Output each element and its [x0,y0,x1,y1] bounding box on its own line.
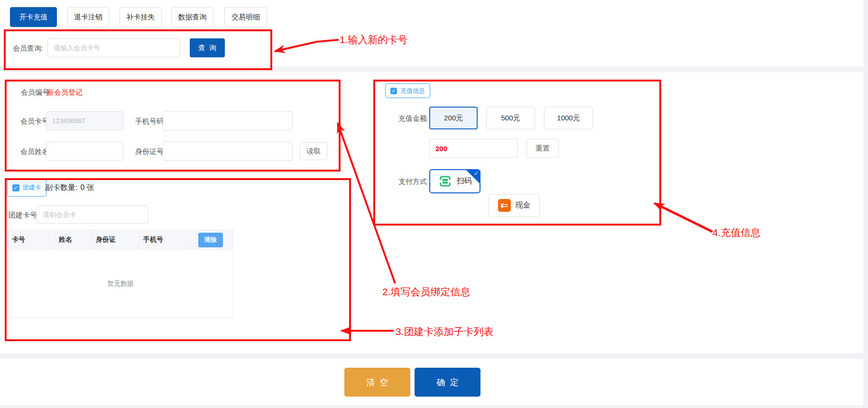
recharge-info-checkbox[interactable]: ✓ 充值信息 [385,83,430,98]
payment-method-label: 支付方式 [398,177,427,186]
member-no-label: 会员编号 [21,88,49,97]
table-empty-state: 暂无数据 [8,250,233,318]
annotation-step4: 4.充值信息 [712,226,761,239]
id-card-input[interactable] [163,142,293,161]
cash-yuan-icon: ¥= [498,199,511,212]
tab-open-card-recharge[interactable]: 开卡充值 [10,7,57,27]
clear-table-button[interactable]: 清除 [198,233,223,247]
tab-data-query[interactable]: 数据查询 [171,7,213,27]
member-name-input[interactable] [46,142,123,161]
payment-option-cash[interactable]: ¥= 现金 [489,194,540,217]
member-query-label: 会员查询: [13,44,43,53]
phone-input[interactable] [163,111,293,130]
amount-option-1000[interactable]: 1000元 [544,107,593,129]
sub-card-count-label: 副卡数量: [45,183,77,193]
recharge-amount-label: 充值金额 [398,114,427,123]
separator-band-bottom [0,405,863,408]
open-card-recharge-page: 开卡充值 退卡注销 补卡挂失 数据查询 交易明细 会员查询: 查询 会员编号 新… [0,0,868,408]
separator-band-top [0,66,863,72]
qr-scan-icon [438,174,452,188]
group-card-checkbox-label: 团建卡 [23,183,41,192]
read-id-button[interactable]: 读取 [300,142,327,160]
clear-all-button[interactable]: 清空 [344,368,410,397]
annotation-step2: 2.填写会员绑定信息 [382,285,471,299]
sub-card-table-header: 卡号 姓名 身份证 手机号 清除 [8,230,233,250]
group-card-no-input[interactable] [37,205,148,224]
member-name-label: 会员姓名 [20,147,49,156]
annotation-step3: 3.团建卡添加子卡列表 [396,325,494,338]
selected-check-icon: ✓ [474,171,479,176]
new-member-register-link[interactable]: 新会员登记 [47,88,83,97]
member-card-no-label: 会员卡号 [20,117,49,126]
sub-card-count-value: 0 张 [80,183,94,193]
amount-input[interactable] [429,139,518,158]
scrollbar-track[interactable] [863,0,868,408]
separator-band-footer [0,353,863,359]
col-phone: 手机号 [139,230,188,249]
checkbox-checked-icon: ✓ [390,88,397,94]
annotation-arrows [0,0,868,408]
tab-return-card-cancel[interactable]: 退卡注销 [67,7,109,27]
tab-replace-card-report-loss[interactable]: 补卡挂失 [120,7,162,27]
member-search-button[interactable]: 查询 [190,38,225,57]
confirm-button[interactable]: 确定 [415,368,480,397]
payment-cash-label: 现金 [516,200,531,210]
sub-card-table: 卡号 姓名 身份证 手机号 清除 暂无数据 [8,230,233,318]
id-card-label: 身份证号 [135,147,164,156]
amount-option-200[interactable]: 200元 [429,107,478,129]
payment-option-scan[interactable]: 扫码 ✓ [429,169,480,193]
phone-label: 手机号码 [135,117,164,126]
col-name: 姓名 [55,230,92,249]
checkbox-checked-icon: ✓ [12,184,19,191]
reset-amount-button[interactable]: 重置 [526,139,559,158]
col-id-card: 身份证 [92,230,139,249]
member-card-no-input [46,111,123,130]
annotation-step1: 1.输入新的卡号 [340,33,408,46]
tab-transaction-detail[interactable]: 交易明细 [224,7,267,27]
empty-text: 暂无数据 [107,280,134,288]
col-card-no: 卡号 [8,230,55,249]
amount-option-500[interactable]: 500元 [486,107,535,129]
group-card-no-label: 团建卡号 [9,211,37,220]
member-query-input[interactable] [47,38,180,57]
recharge-info-checkbox-label: 充值信息 [400,87,425,95]
group-card-checkbox[interactable]: ✓ 团建卡 [7,179,46,197]
sub-card-count: 副卡数量: 0 张 [45,179,94,197]
